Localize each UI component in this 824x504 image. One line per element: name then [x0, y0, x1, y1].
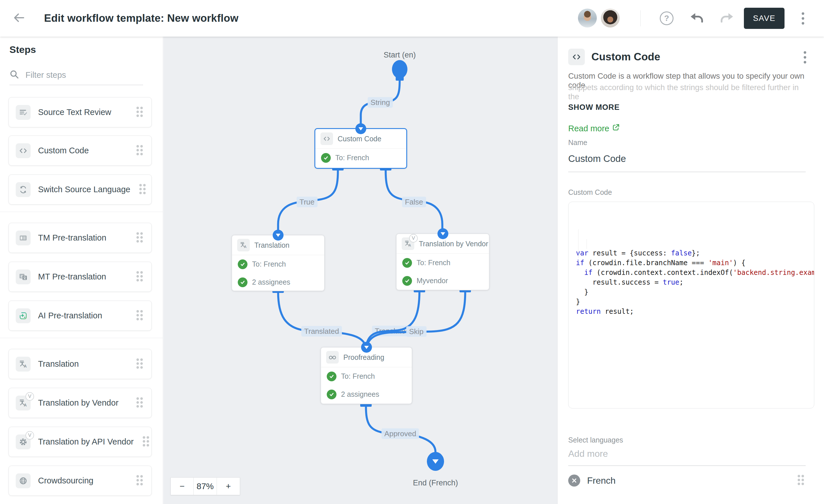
sidebar-title: Steps: [9, 44, 36, 55]
remove-language-button[interactable]: [568, 475, 580, 487]
input-port[interactable]: [361, 342, 372, 353]
language-row-french: French: [568, 470, 806, 491]
node-translation-by-vendor[interactable]: A V Translation by Vendor To: French Myv…: [396, 233, 490, 290]
translate-vendor-icon: A V: [16, 396, 31, 410]
top-bar: Edit workflow template: New workflow ? S…: [0, 0, 824, 36]
node-row-text: To: French: [335, 154, 369, 162]
step-card-translation-by-vendor[interactable]: A V Translation by Vendor: [9, 388, 151, 418]
drag-handle-icon[interactable]: [135, 396, 144, 410]
add-language-input[interactable]: [568, 448, 806, 466]
tm-card-icon: [16, 230, 31, 245]
step-card-custom-code[interactable]: Custom Code: [9, 135, 151, 166]
list-check-icon: [16, 105, 31, 120]
check-icon: [327, 390, 336, 399]
step-card-label: TM Pre-translation: [38, 233, 127, 242]
external-link-icon: [612, 123, 620, 133]
input-port[interactable]: [273, 230, 284, 240]
drag-handle-icon[interactable]: [135, 231, 144, 245]
node-row: 2 assignees: [321, 385, 412, 403]
panel-description-line2: snippets according to which the strings …: [568, 83, 806, 101]
step-card-switch-source-language[interactable]: Switch Source Language: [9, 175, 151, 205]
start-node-label: Start (en): [384, 51, 416, 60]
redo-button[interactable]: [719, 11, 735, 26]
drag-handle-icon[interactable]: [141, 435, 151, 449]
code-content: var result = {success: false};if (crowdi…: [576, 248, 814, 316]
check-icon: [402, 276, 412, 286]
step-card-crowdsourcing[interactable]: Crowdsourcing: [9, 466, 151, 496]
node-row: To: French: [315, 149, 406, 167]
code-icon: [568, 48, 585, 65]
end-node[interactable]: [427, 452, 444, 471]
glasses-icon: [326, 351, 339, 364]
name-field-label: Name: [568, 138, 587, 147]
drag-handle-icon[interactable]: [135, 106, 144, 119]
step-card-tm-pre-translation[interactable]: TM Pre-translation: [9, 223, 151, 253]
drag-handle-icon[interactable]: [135, 474, 144, 488]
vendor-badge: V: [409, 234, 418, 242]
edge-skip: [367, 291, 465, 347]
collaborator-avatar-1[interactable]: [578, 9, 597, 27]
step-card-mt-pre-translation[interactable]: G MT Pre-translation: [9, 262, 151, 292]
back-button[interactable]: [11, 10, 27, 26]
drag-handle-icon[interactable]: [138, 183, 147, 197]
drag-handle-icon[interactable]: [796, 474, 806, 487]
check-icon: [402, 258, 412, 268]
step-card-label: MT Pre-translation: [38, 272, 127, 282]
edge-translated-right: [366, 291, 419, 347]
edge-label-approved: Approved: [381, 428, 419, 439]
step-card-label: Switch Source Language: [38, 185, 130, 194]
edge-translated-left: [278, 292, 366, 347]
input-port[interactable]: [355, 123, 366, 134]
step-card-translation-by-api-vendor[interactable]: V Translation by API Vendor: [9, 427, 151, 457]
step-details-panel: Custom Code Custom Code is a workflow st…: [557, 36, 824, 504]
drag-handle-icon[interactable]: [135, 309, 144, 323]
topbar-menu-button[interactable]: [796, 11, 810, 26]
topbar-divider: [640, 10, 641, 26]
start-node[interactable]: [392, 60, 407, 78]
step-card-ai-pre-translation[interactable]: AI Pre-translation: [9, 301, 151, 331]
edge-label-false: False: [402, 197, 426, 207]
undo-button[interactable]: [689, 11, 705, 26]
custom-code-editor[interactable]: var result = {success: false};if (crowdi…: [568, 202, 814, 408]
ai-sparkle-icon: [16, 308, 31, 323]
node-translation[interactable]: A Translation To: French 2 assignees: [231, 235, 325, 291]
show-more-button[interactable]: SHOW MORE: [568, 103, 620, 112]
select-languages-label: Select languages: [568, 436, 623, 444]
filter-steps-input[interactable]: [25, 70, 129, 80]
end-triangle-icon: [432, 460, 439, 464]
indent-guide: [587, 239, 587, 249]
node-row: Myvendor: [397, 272, 489, 290]
filter-steps-field[interactable]: [9, 65, 143, 85]
panel-menu-button[interactable]: [798, 49, 812, 65]
vendor-badge: V: [25, 392, 34, 401]
svg-text:A: A: [244, 245, 246, 249]
zoom-in-button[interactable]: +: [217, 477, 240, 495]
input-port[interactable]: [437, 228, 448, 239]
node-custom-code[interactable]: Custom Code To: French: [314, 128, 407, 169]
drag-handle-icon[interactable]: [135, 270, 144, 284]
zoom-out-button[interactable]: −: [171, 477, 194, 495]
end-node-label: End (French): [413, 479, 458, 487]
check-icon: [321, 153, 331, 163]
node-title: Proofreading: [343, 353, 384, 362]
node-row-text: 2 assignees: [341, 390, 379, 398]
help-button[interactable]: ?: [660, 11, 674, 25]
name-field-input[interactable]: Custom Code: [568, 153, 806, 172]
check-icon: [327, 372, 336, 381]
search-icon: [9, 70, 19, 80]
refresh-icon: [16, 182, 31, 197]
drag-handle-icon[interactable]: [135, 357, 144, 371]
node-title: Translation: [254, 241, 290, 249]
step-card-source-text-review[interactable]: Source Text Review: [9, 97, 151, 127]
collaborator-avatar-2[interactable]: [601, 9, 620, 27]
read-more-label: Read more: [568, 124, 609, 133]
step-card-translation[interactable]: A Translation: [9, 349, 151, 379]
workflow-canvas[interactable]: Start (en) String Custom Code To: French…: [164, 36, 557, 504]
drag-handle-icon[interactable]: [135, 144, 144, 158]
node-proofreading[interactable]: Proofreading To: French 2 assignees: [320, 347, 412, 404]
save-button[interactable]: SAVE: [744, 8, 785, 29]
code-icon: [16, 143, 31, 158]
read-more-link[interactable]: Read more: [568, 123, 620, 133]
node-title: Translation by Vendor: [419, 240, 488, 248]
code-icon: [320, 132, 333, 145]
